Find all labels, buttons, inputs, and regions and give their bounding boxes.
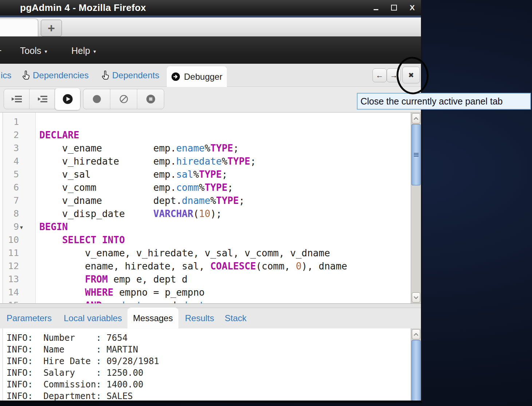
scrollbar-thumb[interactable] — [411, 340, 421, 401]
code-line[interactable]: ename, hiredate, sal, COALESCE(comm, 0),… — [39, 260, 410, 273]
tooltip: Close the currently active panel tab — [357, 93, 531, 110]
menu-item-fragment: - — [0, 36, 1, 64]
scrollbar-thumb[interactable] — [411, 124, 421, 185]
no-entry-icon — [119, 94, 129, 104]
message-line: INFO: Hire Date : 09/28/1981 — [7, 355, 159, 367]
tab-parameters[interactable]: Parameters — [7, 308, 52, 328]
line-number[interactable]: 13 — [3, 273, 19, 286]
toggle-breakpoint-button[interactable] — [83, 89, 110, 109]
editor-code[interactable]: DECLARE v_ename emp.ename%TYPE; v_hireda… — [39, 113, 410, 303]
line-number[interactable]: 11 — [3, 247, 19, 260]
tab-local-variables[interactable]: Local variables — [64, 308, 122, 328]
messages-left-edge — [0, 328, 3, 401]
tab-results[interactable]: Results — [185, 308, 214, 328]
chevron-up-icon — [413, 333, 419, 336]
tooltip-text: Close the currently active panel tab — [360, 96, 503, 107]
line-number[interactable]: 4 — [3, 155, 19, 168]
code-line[interactable]: v_hiredate emp.hiredate%TYPE; — [39, 155, 410, 168]
code-line[interactable]: WHERE empno = p_empno — [39, 286, 410, 299]
line-number[interactable]: 5 — [3, 168, 19, 181]
scrollbar-grip — [414, 152, 418, 157]
new-tab-button[interactable]: + — [41, 20, 62, 36]
message-line: INFO: Number : 7654 — [7, 332, 159, 344]
tab-dependents[interactable]: Dependents — [101, 64, 159, 87]
browser-tab-strip: + — [0, 17, 421, 36]
line-number[interactable]: 15 — [3, 299, 19, 303]
messages-panel: INFO: Number : 7654INFO: Name : MARTININ… — [0, 328, 421, 401]
step-over-button[interactable] — [29, 89, 55, 109]
editor-scrollbar[interactable] — [411, 113, 421, 303]
code-line[interactable]: DECLARE — [39, 129, 410, 142]
line-number[interactable]: 3 — [3, 142, 19, 155]
fold-arrow-icon[interactable]: ▼ — [20, 221, 23, 234]
tab-dependencies[interactable]: Dependencies — [22, 64, 88, 87]
window-controls: X — [372, 0, 416, 15]
menu-bar: - Tools ▾ Help ▾ — [0, 36, 421, 64]
browser-tab[interactable] — [0, 19, 38, 37]
step-into-button[interactable] — [4, 89, 29, 109]
step-over-icon — [36, 95, 48, 103]
scroll-down-button[interactable] — [412, 292, 420, 303]
menu-help[interactable]: Help ▾ — [71, 36, 96, 65]
window-title: pgAdmin 4 - Mozilla Firefox — [20, 0, 146, 15]
chevron-down-icon — [413, 296, 419, 299]
tab-messages[interactable]: Messages — [127, 308, 178, 329]
line-number[interactable]: 7 — [3, 194, 19, 207]
message-line: INFO: Name : MARTIN — [7, 344, 159, 355]
minimize-icon — [374, 9, 378, 10]
line-number[interactable]: 10 — [3, 233, 19, 247]
continue-button[interactable] — [55, 88, 80, 110]
code-line[interactable]: v_ename emp.ename%TYPE; — [39, 142, 410, 155]
line-number[interactable]: 8 — [3, 207, 19, 220]
chevron-down-icon: ▾ — [44, 38, 47, 65]
panel-nav-back-button[interactable]: ← — [373, 68, 387, 82]
code-line[interactable]: BEGIN — [39, 220, 410, 233]
chevron-up-icon — [413, 117, 419, 120]
maximize-button[interactable] — [390, 3, 398, 12]
code-line[interactable]: v_sal emp.sal%TYPE; — [39, 168, 410, 181]
minimize-button[interactable] — [372, 3, 379, 12]
debug-step-group — [4, 89, 80, 109]
panel-tab-bar: ics Dependencies Dependents Debugger ← — [0, 64, 421, 87]
line-number[interactable]: 1 — [3, 115, 19, 129]
code-line[interactable]: FROM emp e, dept d — [39, 273, 410, 286]
stop-button[interactable] — [137, 89, 164, 109]
code-line[interactable]: SELECT INTO — [39, 233, 410, 247]
code-line[interactable]: v_ename, v_hiredate, v_sal, v_comm, v_dn… — [39, 247, 410, 260]
messages-scrollbar[interactable] — [411, 328, 421, 401]
messages-output: INFO: Number : 7654INFO: Name : MARTININ… — [7, 332, 159, 401]
close-window-button[interactable]: X — [409, 3, 416, 12]
chevron-down-icon: ▾ — [93, 38, 96, 65]
message-line: INFO: Salary : 1250.00 — [7, 367, 159, 379]
line-number[interactable]: 6 — [3, 181, 19, 194]
code-line[interactable]: v_comm emp.comm%TYPE; — [39, 181, 410, 194]
maximize-icon — [391, 5, 397, 11]
code-line[interactable] — [39, 115, 410, 129]
hand-pointer-icon — [101, 71, 109, 80]
tab-stack[interactable]: Stack — [225, 308, 247, 328]
line-number[interactable]: 14 — [3, 286, 19, 299]
line-number[interactable]: 12 — [3, 260, 19, 273]
play-icon — [62, 94, 73, 105]
tab-debugger[interactable]: Debugger — [167, 66, 227, 87]
menu-tools[interactable]: Tools ▾ — [20, 36, 47, 65]
editor-gutter: 123456789▼101112131415 — [3, 113, 36, 303]
code-line[interactable]: v_dname dept.dname%TYPE; — [39, 194, 410, 207]
tab-statistics-fragment[interactable]: ics — [1, 64, 11, 87]
bottom-tab-bar: Parameters Local variables Messages Resu… — [0, 308, 421, 328]
code-line[interactable]: v_disp_date VARCHAR(10); — [39, 207, 410, 220]
line-number[interactable]: 9▼ — [3, 220, 19, 233]
firefox-window: pgAdmin 4 - Mozilla Firefox X + - Tools … — [0, 0, 422, 403]
breakpoint-dot-icon — [92, 94, 102, 104]
title-bar[interactable]: pgAdmin 4 - Mozilla Firefox X — [0, 0, 421, 15]
stop-icon — [146, 94, 156, 104]
line-number[interactable]: 2 — [3, 129, 19, 142]
code-line[interactable]: AND e.deptno = d.deptno — [39, 299, 410, 303]
scroll-up-button[interactable] — [412, 329, 420, 339]
scroll-up-button[interactable] — [412, 113, 420, 123]
message-line: INFO: Commission: 1400.00 — [7, 379, 159, 390]
clear-breakpoints-button[interactable] — [110, 89, 137, 109]
circle-arrow-icon — [171, 72, 180, 81]
code-editor[interactable]: 123456789▼101112131415 DECLARE v_ename e… — [0, 112, 421, 303]
panel-splitter[interactable] — [0, 303, 421, 308]
